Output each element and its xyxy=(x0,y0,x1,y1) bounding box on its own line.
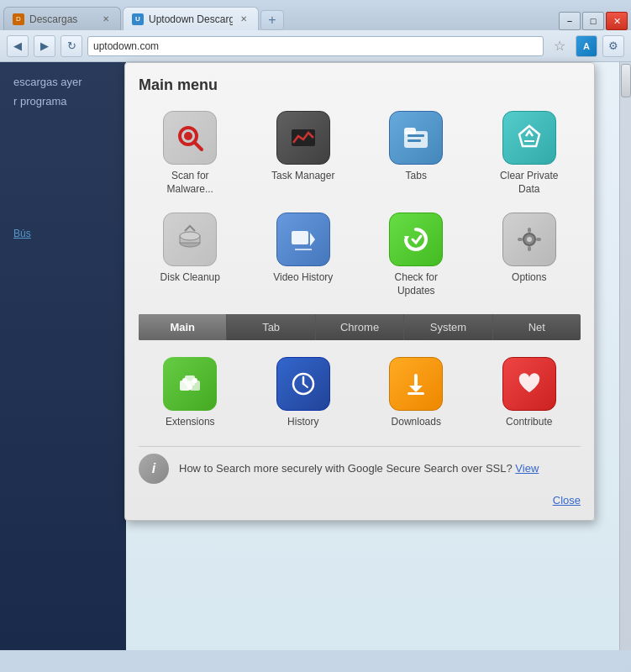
svg-line-28 xyxy=(303,384,308,387)
menu-item-extensions[interactable]: Extensions xyxy=(139,354,242,433)
update-label: Check forUpdates xyxy=(395,271,438,297)
video-label: Video History xyxy=(273,271,333,285)
tab-bar: D Descargas ✕ U Uptodown Descargas... ✕ … xyxy=(0,0,631,30)
contribute-label: Contribute xyxy=(506,416,552,429)
tab1-close[interactable]: ✕ xyxy=(100,13,112,25)
history-label: History xyxy=(287,416,318,429)
tabs-icon xyxy=(389,111,443,165)
options-icon xyxy=(502,213,556,266)
menu-title: Main menu xyxy=(139,76,581,94)
svg-marker-12 xyxy=(310,233,315,246)
sidebar-text1: escargas ayer xyxy=(13,76,113,88)
wrench-button[interactable]: ⚙ xyxy=(602,35,624,57)
svg-rect-17 xyxy=(528,246,531,251)
new-tab-button[interactable]: + xyxy=(260,10,284,30)
forward-button[interactable]: ▶ xyxy=(34,35,55,57)
extensions-icon xyxy=(163,357,217,411)
taskman-icon xyxy=(276,111,330,165)
tab-nav-chrome[interactable]: Chrome xyxy=(316,314,404,340)
tab2-icon: U xyxy=(132,13,144,25)
browser-toolbar: ◀ ▶ ↻ uptodown.com ☆ A ⚙ xyxy=(0,30,631,62)
contribute-icon xyxy=(502,357,556,411)
tabs-label: Tabs xyxy=(406,170,427,183)
downloads-icon xyxy=(389,357,443,411)
video-icon xyxy=(276,213,330,266)
svg-rect-5 xyxy=(404,128,416,134)
tab1-label: Descargas xyxy=(29,13,77,25)
menu-item-taskman[interactable]: Task Manager xyxy=(252,108,355,199)
browser-tab-2[interactable]: U Uptodown Descargas... ✕ xyxy=(123,7,259,30)
svg-line-1 xyxy=(194,142,202,150)
svg-rect-6 xyxy=(408,134,424,137)
menu-tab-nav: Main Tab Chrome System Net xyxy=(139,314,581,340)
tab-nav-main[interactable]: Main xyxy=(139,314,227,340)
page-sidebar: escargas ayer r programa Bús xyxy=(0,62,126,650)
new-tab-icon: + xyxy=(268,13,276,28)
menu-item-tabs[interactable]: Tabs xyxy=(365,108,468,199)
maximize-button[interactable]: □ xyxy=(582,12,604,30)
sidebar-text2: r programa xyxy=(13,95,113,108)
menu-item-options[interactable]: Options xyxy=(478,209,581,301)
svg-point-2 xyxy=(184,132,192,140)
info-text: How to Search more securely with Google … xyxy=(179,461,581,476)
svg-rect-11 xyxy=(292,231,308,244)
close-button[interactable]: ✕ xyxy=(606,12,628,30)
clear-label: Clear PrivateData xyxy=(500,170,558,196)
tab1-icon: D xyxy=(13,13,24,25)
sidebar-search-link[interactable]: Bús xyxy=(13,228,31,239)
bottom-icon-grid: Extensions History xyxy=(139,354,581,433)
menu-item-scan[interactable]: Scan forMalware... xyxy=(139,108,242,199)
info-view-link[interactable]: View xyxy=(515,462,539,475)
address-bar[interactable]: uptodown.com xyxy=(87,36,544,56)
window-controls: − □ ✕ xyxy=(559,12,628,30)
history-icon xyxy=(276,357,330,411)
disk-icon xyxy=(163,213,217,266)
options-label: Options xyxy=(512,271,546,285)
disk-label: Disk Cleanup xyxy=(160,271,220,285)
info-bar: i How to Search more securely with Googl… xyxy=(139,446,581,491)
extensions-label: Extensions xyxy=(166,416,215,429)
browser-window: D Descargas ✕ U Uptodown Descargas... ✕ … xyxy=(0,0,631,672)
refresh-button[interactable]: ↻ xyxy=(60,35,82,57)
tab-nav-system[interactable]: System xyxy=(404,314,492,340)
tab-nav-net[interactable]: Net xyxy=(493,314,581,340)
svg-point-25 xyxy=(187,385,192,390)
menu-item-downloads[interactable]: Downloads xyxy=(365,354,468,433)
downloads-label: Downloads xyxy=(392,416,441,429)
avast-button[interactable]: A xyxy=(576,35,597,57)
menu-item-history[interactable]: History xyxy=(252,354,355,433)
back-button[interactable]: ◀ xyxy=(7,35,29,57)
svg-rect-32 xyxy=(408,392,424,395)
clear-icon xyxy=(502,111,556,165)
update-icon xyxy=(389,213,443,266)
svg-marker-31 xyxy=(409,386,423,392)
svg-rect-19 xyxy=(536,238,541,241)
scan-icon xyxy=(163,111,217,165)
taskman-label: Task Manager xyxy=(271,170,334,183)
tab-nav-tab[interactable]: Tab xyxy=(227,314,315,340)
scan-label: Scan forMalware... xyxy=(167,170,213,196)
scrollbar-thumb[interactable] xyxy=(621,64,631,97)
svg-point-15 xyxy=(527,237,532,242)
menu-item-video[interactable]: Video History xyxy=(252,209,355,301)
scrollbar[interactable] xyxy=(619,62,631,650)
tab2-label: Uptodown Descargas... xyxy=(149,13,233,25)
menu-item-update[interactable]: Check forUpdates xyxy=(365,209,468,301)
minimize-button[interactable]: − xyxy=(559,12,581,30)
menu-item-clear[interactable]: Clear PrivateData xyxy=(478,108,581,199)
close-link[interactable]: Close xyxy=(139,491,581,507)
top-icon-grid: Scan forMalware... Task Manager xyxy=(139,108,581,301)
browser-tab-1[interactable]: D Descargas ✕ xyxy=(3,7,121,30)
svg-point-24 xyxy=(192,378,197,383)
main-menu-popup: Main menu Scan forMalware... xyxy=(124,62,595,521)
address-value: uptodown.com xyxy=(93,40,159,52)
tab2-close[interactable]: ✕ xyxy=(238,13,250,25)
star-button[interactable]: ☆ xyxy=(549,35,571,57)
menu-item-contribute[interactable]: Contribute xyxy=(478,354,581,433)
menu-item-disk[interactable]: Disk Cleanup xyxy=(139,209,242,301)
svg-rect-16 xyxy=(528,228,531,233)
svg-rect-18 xyxy=(518,238,523,241)
svg-point-23 xyxy=(182,378,187,383)
svg-rect-7 xyxy=(408,139,421,142)
svg-point-10 xyxy=(180,232,200,240)
